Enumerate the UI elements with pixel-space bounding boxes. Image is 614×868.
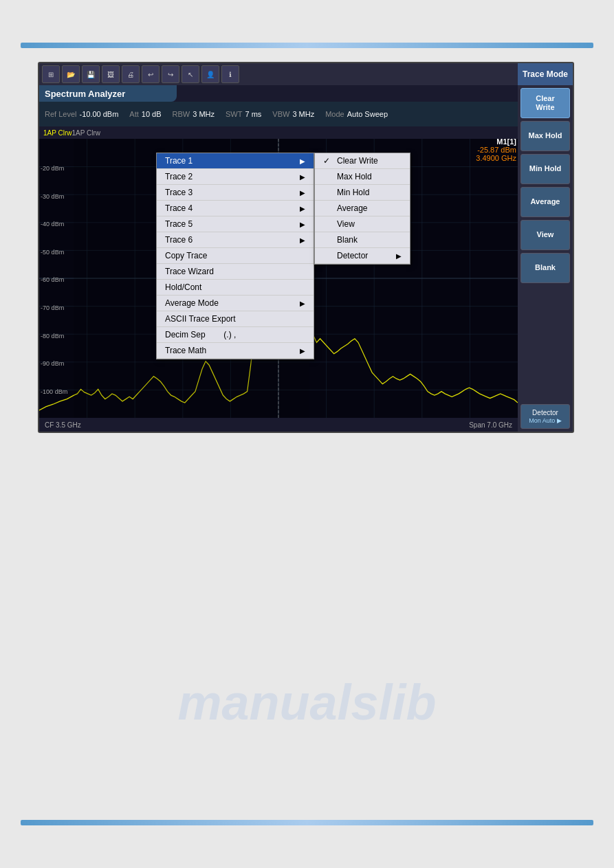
svg-text:-80 dBm: -80 dBm	[41, 331, 64, 339]
average-button[interactable]: Average	[520, 187, 570, 217]
trace-mode-label: Trace Mode	[518, 63, 573, 85]
toolbar-btn-user[interactable]: 👤	[201, 65, 219, 83]
max-hold-button[interactable]: Max Hold	[520, 121, 570, 151]
clear-write-button[interactable]: ClearWrite	[520, 88, 570, 118]
menu-item-hold-cont[interactable]: Hold/Cont	[157, 280, 314, 296]
menu-item-copy-trace[interactable]: Copy Trace	[157, 248, 314, 264]
top-decoration-bar	[21, 43, 593, 48]
toolbar-btn-save[interactable]: 💾	[82, 65, 100, 83]
submenu-detector[interactable]: Detector▶	[315, 248, 410, 264]
blank-button[interactable]: Blank	[520, 253, 570, 283]
info-bar: 1AP Clrw 1AP Clrw	[39, 126, 518, 139]
view-button[interactable]: View	[520, 220, 570, 250]
status-bar: Ref Level -10.00 dBm Att 10 dB RBW 3 MHz…	[39, 102, 518, 126]
mode-value: Mode Auto Sweep	[325, 110, 388, 118]
submenu-max-hold[interactable]: Max Hold	[315, 169, 410, 185]
instrument-frame: ⊞ 📂 💾 🖼 🖨 ↩ ↪ ↖ 👤 ℹ Trace Mode Spectrum …	[38, 62, 574, 433]
ref-level: Ref Level -10.00 dBm	[45, 110, 118, 118]
submenu-view[interactable]: View	[315, 216, 410, 232]
bottom-decoration-bar	[21, 820, 593, 825]
svg-text:-30 dBm: -30 dBm	[41, 192, 64, 199]
svg-text:-100 dBm: -100 dBm	[41, 388, 67, 395]
menu-item-trace5[interactable]: Trace 5▶	[157, 216, 314, 232]
toolbar-btn-cursor[interactable]: ↖	[182, 65, 199, 83]
menu-item-ascii-export[interactable]: ASCII Trace Export	[157, 311, 314, 327]
rbw-value: RBW 3 MHz	[173, 110, 215, 118]
submenu-average[interactable]: Average	[315, 201, 410, 216]
svg-text:-70 dBm: -70 dBm	[41, 304, 64, 311]
toolbar-btn-undo[interactable]: ↩	[142, 65, 160, 83]
menu-item-trace-wizard[interactable]: Trace Wizard	[157, 264, 314, 280]
swt-value: SWT 7 ms	[226, 110, 261, 118]
toolbar-btn-info[interactable]: ℹ	[221, 65, 239, 83]
submenu-blank[interactable]: Blank	[315, 232, 410, 248]
svg-text:-50 dBm: -50 dBm	[41, 248, 64, 256]
svg-text:-40 dBm: -40 dBm	[41, 220, 64, 227]
right-panel: ClearWrite Max Hold Min Hold Average Vie…	[518, 85, 573, 432]
submenu-min-hold[interactable]: Min Hold	[315, 185, 410, 201]
freq-bar: CF 3.5 GHz Span 7.0 GHz	[39, 418, 518, 432]
toolbar-btn-print[interactable]: 🖨	[122, 65, 140, 83]
toolbar: ⊞ 📂 💾 🖼 🖨 ↩ ↪ ↖ 👤 ℹ	[39, 63, 518, 85]
menu-item-trace-math[interactable]: Trace Math▶	[157, 343, 314, 359]
menu-item-trace6[interactable]: Trace 6▶	[157, 232, 314, 248]
menu-item-average-mode[interactable]: Average Mode▶	[157, 296, 314, 311]
svg-text:-20 dBm: -20 dBm	[41, 164, 64, 172]
svg-text:-60 dBm: -60 dBm	[41, 276, 64, 283]
watermark: manualslib	[177, 674, 436, 731]
toolbar-btn-redo[interactable]: ↪	[162, 65, 179, 83]
menu-item-decim-sep[interactable]: Decim Sep (.) ,	[157, 327, 314, 343]
submenu-clear-write[interactable]: ✓Clear Write	[315, 153, 410, 169]
vbw-value: VBW 3 MHz	[272, 110, 314, 118]
menu-item-trace2[interactable]: Trace 2▶	[157, 169, 314, 185]
menu-item-trace4[interactable]: Trace 4▶	[157, 201, 314, 216]
submenu-trace1: ✓Clear Write Max Hold Min Hold Average V…	[314, 153, 410, 265]
menu-item-trace1[interactable]: Trace 1▶	[157, 153, 314, 169]
min-hold-button[interactable]: Min Hold	[520, 154, 570, 184]
att-value: Att 10 dB	[129, 110, 161, 118]
toolbar-btn-screenshot[interactable]: 🖼	[102, 65, 120, 83]
toolbar-btn-open[interactable]: 📂	[62, 65, 80, 83]
context-menu: Trace 1▶ Trace 2▶ Trace 3▶ Trace 4▶ Trac…	[156, 153, 314, 359]
detector-auto-button[interactable]: Detector Mon Auto ▶	[520, 404, 570, 429]
svg-text:-90 dBm: -90 dBm	[41, 359, 64, 367]
title-bar: Spectrum Analyzer	[39, 85, 177, 102]
menu-item-trace3[interactable]: Trace 3▶	[157, 185, 314, 201]
toolbar-btn-grid[interactable]: ⊞	[42, 65, 60, 83]
